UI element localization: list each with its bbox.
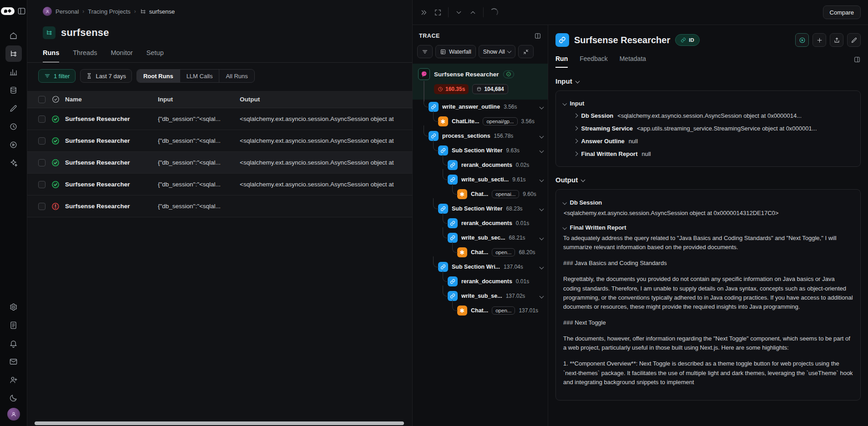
table-row[interactable]: Surfsense Researcher {"db_session":"<sql… (27, 195, 412, 217)
date-range-button[interactable]: Last 7 days (80, 69, 132, 83)
table-row[interactable]: Surfsense Researcher {"db_session":"<sql… (27, 130, 412, 152)
column-input[interactable]: Input (158, 96, 240, 103)
project-icon (43, 26, 56, 39)
row-checkbox[interactable] (38, 137, 45, 145)
input-field-row[interactable]: Db Session <sqlalchemy.ext.asyncio.sessi… (563, 109, 853, 122)
trace-tree-row[interactable]: ✱ write_sub_se... 137.02s (413, 289, 548, 303)
column-output[interactable]: Output (240, 96, 412, 103)
project-tab[interactable]: Monitor (111, 49, 132, 63)
chevron-down-icon[interactable] (540, 148, 544, 153)
trace-tree-row[interactable]: ✱ Sub Section Writer 9.63s (413, 143, 548, 158)
row-checkbox[interactable] (38, 203, 45, 210)
run-name-cell: Surfsense Researcher (65, 181, 158, 188)
docs-icon[interactable] (5, 317, 22, 333)
next-run-chevron-icon[interactable] (455, 9, 463, 16)
table-row[interactable]: Surfsense Researcher {"db_session":"<sql… (27, 174, 412, 195)
project-tab[interactable]: Runs (43, 49, 59, 63)
home-icon[interactable] (5, 27, 22, 44)
trace-tree-row[interactable]: ✱ ChatLite... openai/gp... 3.56s (413, 114, 548, 129)
trace-tree-row[interactable]: ✱ Sub Section Writer 68.23s (413, 201, 548, 216)
row-checkbox[interactable] (38, 159, 45, 166)
row-checkbox[interactable] (38, 115, 45, 123)
chevron-down-icon[interactable] (540, 236, 544, 240)
settings-gear-icon[interactable] (5, 299, 22, 315)
project-tab[interactable]: Setup (146, 49, 164, 63)
success-status-icon (51, 115, 60, 124)
detail-tab[interactable]: Run (555, 55, 568, 68)
segment-option[interactable]: LLM Calls (180, 70, 220, 82)
segment-option[interactable]: All Runs (219, 70, 254, 82)
row-checkbox[interactable] (38, 181, 45, 188)
input-field-row[interactable]: Streaming Service <app.utils.streaming_s… (563, 122, 853, 135)
filter-button[interactable]: 1 filter (38, 69, 76, 83)
project-tab[interactable]: Threads (73, 49, 97, 63)
trace-tree-row[interactable]: ✱ Chat... open... 137.01s (413, 303, 548, 318)
collapse-panel-icon[interactable] (420, 9, 428, 16)
chevron-down-icon[interactable] (540, 206, 544, 211)
segment-option[interactable]: Root Runs (137, 70, 180, 82)
output-section-header[interactable]: Output (555, 176, 861, 184)
select-all-checkbox[interactable] (38, 96, 45, 103)
chevron-down-icon[interactable] (540, 134, 544, 138)
open-in-playground-button[interactable] (795, 33, 809, 47)
annotation-pencil-icon[interactable] (5, 100, 22, 116)
token-count-badge: 104,684 (472, 84, 508, 94)
annotate-pencil-button[interactable] (847, 33, 861, 47)
tracing-projects-icon[interactable] (5, 45, 22, 62)
collapse-all-button[interactable] (518, 45, 534, 58)
playground-icon[interactable] (5, 136, 22, 153)
input-field-row[interactable]: Answer Outline null (563, 135, 853, 147)
horizontal-scrollbar[interactable] (35, 421, 404, 425)
breadcrumb-org[interactable]: Personal (56, 8, 79, 15)
detail-tab[interactable]: Feedback (580, 55, 607, 68)
detail-tab[interactable]: Metadata (620, 55, 646, 68)
expand-fullscreen-icon[interactable] (434, 9, 442, 16)
trace-tree-row[interactable]: ✱ rerank_documents 0.01s (413, 274, 548, 289)
datasets-icon[interactable] (5, 82, 22, 98)
run-output-cell: <sqlalchemy.ext.asyncio.session.AsyncSes… (240, 115, 412, 122)
input-field-row[interactable]: Final Written Report null (563, 147, 853, 160)
compare-button[interactable]: Compare (823, 5, 861, 19)
split-view-icon[interactable] (534, 32, 541, 40)
run-name-cell: Surfsense Researcher (65, 159, 158, 166)
breadcrumb-project[interactable]: surfsense (140, 8, 175, 15)
chevron-right-icon (574, 151, 578, 155)
mail-icon[interactable] (5, 353, 22, 370)
table-row[interactable]: Surfsense Researcher {"db_session":"<sql… (27, 152, 412, 174)
input-root-row[interactable]: Input (563, 97, 853, 109)
node-label: Chat... (471, 191, 488, 197)
share-button[interactable] (830, 33, 843, 47)
waterfall-view-button[interactable]: Waterfall (435, 45, 476, 58)
output-db-session-row[interactable]: Db Session (563, 196, 853, 209)
chevron-down-icon[interactable] (540, 294, 544, 298)
output-report-row[interactable]: Final Written Report (563, 221, 853, 234)
trace-root-node[interactable]: Surfsense Researcher 160.35s 104,684 (413, 64, 548, 100)
trace-tree-row[interactable]: ✱ write_sub_secti... 9.61s (413, 172, 548, 187)
trace-tree-row[interactable]: ✱ Sub Section Wri... 137.04s (413, 260, 548, 274)
side-panel-icon[interactable] (853, 56, 861, 67)
chevron-down-icon[interactable] (540, 265, 544, 269)
input-section-header[interactable]: Input (555, 77, 861, 85)
panel-toggle-icon[interactable] (17, 6, 26, 15)
trace-tree-row[interactable]: ✱ rerank_documents 0.01s (413, 216, 548, 231)
chevron-down-icon[interactable] (540, 105, 544, 109)
trace-tree-row[interactable]: ✱ write_sub_sec... 68.21s (413, 231, 548, 245)
dashboards-icon[interactable] (5, 64, 22, 80)
org-avatar[interactable] (43, 7, 52, 16)
invite-user-icon[interactable] (5, 371, 22, 388)
notifications-bell-icon[interactable] (5, 335, 22, 351)
trace-filter-button[interactable] (417, 45, 433, 58)
column-name[interactable]: Name (65, 96, 158, 103)
trace-tree-row[interactable]: ✱ rerank_documents 0.02s (413, 158, 548, 172)
history-icon[interactable] (5, 118, 22, 135)
previous-run-chevron-icon[interactable] (469, 9, 477, 16)
user-avatar[interactable] (7, 408, 20, 421)
dark-mode-moon-icon[interactable] (5, 390, 22, 406)
add-to-dataset-button[interactable] (812, 33, 826, 47)
copy-id-button[interactable]: ID (675, 34, 700, 46)
chevron-down-icon[interactable] (540, 177, 544, 182)
breadcrumb-section[interactable]: Tracing Projects (88, 8, 130, 15)
prompts-icon[interactable] (5, 155, 22, 171)
table-row[interactable]: Surfsense Researcher {"db_session":"<sql… (27, 108, 412, 130)
show-all-dropdown[interactable]: Show All (479, 45, 515, 58)
